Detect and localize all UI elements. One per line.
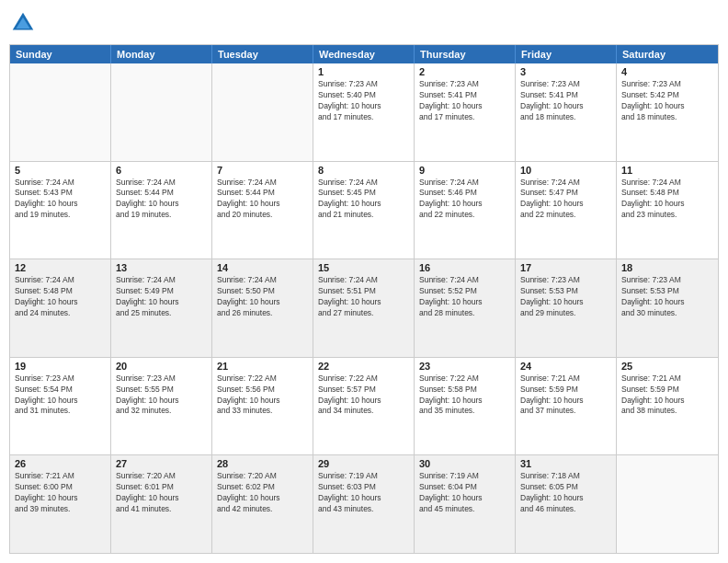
day-number-20: 20 — [116, 361, 207, 372]
calendar-day-11: 11Sunrise: 7:24 AM Sunset: 5:48 PM Dayli… — [617, 162, 718, 259]
day-info-30: Sunrise: 7:19 AM Sunset: 6:04 PM Dayligh… — [419, 471, 510, 515]
day-info-20: Sunrise: 7:23 AM Sunset: 5:55 PM Dayligh… — [116, 373, 207, 418]
day-number-2: 2 — [419, 66, 510, 77]
calendar-day-4: 4Sunrise: 7:23 AM Sunset: 5:42 PM Daylig… — [617, 63, 718, 161]
calendar-day-27: 27Sunrise: 7:20 AM Sunset: 6:01 PM Dayli… — [111, 455, 212, 553]
day-info-18: Sunrise: 7:23 AM Sunset: 5:53 PM Dayligh… — [621, 275, 713, 319]
calendar-day-14: 14Sunrise: 7:24 AM Sunset: 5:50 PM Dayli… — [212, 259, 313, 357]
day-info-14: Sunrise: 7:24 AM Sunset: 5:50 PM Dayligh… — [217, 275, 308, 319]
weekday-header-thursday: Thursday — [415, 45, 516, 63]
weekday-header-monday: Monday — [111, 45, 212, 63]
calendar-row-4: 26Sunrise: 7:21 AM Sunset: 6:00 PM Dayli… — [10, 454, 718, 553]
calendar-body: 1Sunrise: 7:23 AM Sunset: 5:40 PM Daylig… — [10, 63, 718, 553]
day-number-31: 31 — [520, 458, 611, 469]
calendar-day-20: 20Sunrise: 7:23 AM Sunset: 5:55 PM Dayli… — [111, 358, 212, 455]
day-number-29: 29 — [318, 458, 409, 469]
day-number-18: 18 — [621, 262, 713, 273]
day-info-16: Sunrise: 7:24 AM Sunset: 5:52 PM Dayligh… — [419, 275, 510, 319]
day-info-19: Sunrise: 7:23 AM Sunset: 5:54 PM Dayligh… — [15, 373, 106, 418]
weekday-header-tuesday: Tuesday — [212, 45, 313, 63]
calendar-day-7: 7Sunrise: 7:24 AM Sunset: 5:44 PM Daylig… — [212, 162, 313, 259]
calendar-day-2: 2Sunrise: 7:23 AM Sunset: 5:41 PM Daylig… — [415, 63, 516, 161]
day-number-16: 16 — [419, 262, 510, 273]
day-number-17: 17 — [520, 262, 611, 273]
calendar-day-28: 28Sunrise: 7:20 AM Sunset: 6:02 PM Dayli… — [212, 455, 313, 553]
day-number-26: 26 — [15, 458, 106, 469]
day-info-1: Sunrise: 7:23 AM Sunset: 5:40 PM Dayligh… — [318, 79, 409, 123]
weekday-header-saturday: Saturday — [617, 45, 718, 63]
day-number-28: 28 — [217, 458, 308, 469]
day-info-6: Sunrise: 7:24 AM Sunset: 5:44 PM Dayligh… — [116, 178, 207, 222]
calendar-day-10: 10Sunrise: 7:24 AM Sunset: 5:47 PM Dayli… — [516, 162, 617, 259]
calendar-day-22: 22Sunrise: 7:22 AM Sunset: 5:57 PM Dayli… — [313, 358, 415, 455]
day-number-22: 22 — [318, 361, 409, 372]
day-number-6: 6 — [116, 165, 207, 176]
calendar-day-9: 9Sunrise: 7:24 AM Sunset: 5:46 PM Daylig… — [415, 162, 516, 259]
calendar-day-21: 21Sunrise: 7:22 AM Sunset: 5:56 PM Dayli… — [212, 358, 313, 455]
calendar-row-2: 12Sunrise: 7:24 AM Sunset: 5:48 PM Dayli… — [10, 259, 718, 357]
calendar: SundayMondayTuesdayWednesdayThursdayFrid… — [9, 44, 719, 554]
day-info-12: Sunrise: 7:24 AM Sunset: 5:48 PM Dayligh… — [15, 275, 106, 319]
calendar-day-29: 29Sunrise: 7:19 AM Sunset: 6:03 PM Dayli… — [313, 455, 415, 553]
weekday-header-sunday: Sunday — [10, 45, 111, 63]
calendar-day-3: 3Sunrise: 7:23 AM Sunset: 5:41 PM Daylig… — [516, 63, 617, 161]
calendar-day-19: 19Sunrise: 7:23 AM Sunset: 5:54 PM Dayli… — [10, 358, 111, 455]
day-number-8: 8 — [318, 165, 409, 176]
day-info-17: Sunrise: 7:23 AM Sunset: 5:53 PM Dayligh… — [520, 275, 611, 319]
day-number-4: 4 — [621, 66, 713, 77]
calendar-day-23: 23Sunrise: 7:22 AM Sunset: 5:58 PM Dayli… — [415, 358, 516, 455]
day-number-12: 12 — [15, 262, 106, 273]
weekday-header-friday: Friday — [516, 45, 617, 63]
logo-icon — [9, 9, 37, 37]
calendar-empty-cell — [111, 63, 212, 161]
day-number-7: 7 — [217, 165, 308, 176]
calendar-day-15: 15Sunrise: 7:24 AM Sunset: 5:51 PM Dayli… — [313, 259, 415, 357]
calendar-day-8: 8Sunrise: 7:24 AM Sunset: 5:45 PM Daylig… — [313, 162, 415, 259]
calendar-day-30: 30Sunrise: 7:19 AM Sunset: 6:04 PM Dayli… — [415, 455, 516, 553]
calendar-day-13: 13Sunrise: 7:24 AM Sunset: 5:49 PM Dayli… — [111, 259, 212, 357]
calendar-day-5: 5Sunrise: 7:24 AM Sunset: 5:43 PM Daylig… — [10, 162, 111, 259]
page: SundayMondayTuesdayWednesdayThursdayFrid… — [0, 0, 728, 563]
calendar-day-6: 6Sunrise: 7:24 AM Sunset: 5:44 PM Daylig… — [111, 162, 212, 259]
day-number-10: 10 — [520, 165, 611, 176]
day-number-1: 1 — [318, 66, 409, 77]
day-info-3: Sunrise: 7:23 AM Sunset: 5:41 PM Dayligh… — [520, 79, 611, 123]
calendar-row-1: 5Sunrise: 7:24 AM Sunset: 5:43 PM Daylig… — [10, 161, 718, 259]
header — [9, 9, 719, 37]
calendar-day-26: 26Sunrise: 7:21 AM Sunset: 6:00 PM Dayli… — [10, 455, 111, 553]
day-info-4: Sunrise: 7:23 AM Sunset: 5:42 PM Dayligh… — [621, 79, 713, 123]
calendar-day-18: 18Sunrise: 7:23 AM Sunset: 5:53 PM Dayli… — [617, 259, 718, 357]
day-info-24: Sunrise: 7:21 AM Sunset: 5:59 PM Dayligh… — [520, 373, 611, 418]
day-info-9: Sunrise: 7:24 AM Sunset: 5:46 PM Dayligh… — [419, 178, 510, 222]
day-number-19: 19 — [15, 361, 106, 372]
day-info-11: Sunrise: 7:24 AM Sunset: 5:48 PM Dayligh… — [621, 178, 713, 222]
day-info-29: Sunrise: 7:19 AM Sunset: 6:03 PM Dayligh… — [318, 471, 409, 515]
day-number-14: 14 — [217, 262, 308, 273]
day-info-2: Sunrise: 7:23 AM Sunset: 5:41 PM Dayligh… — [419, 79, 510, 123]
day-number-5: 5 — [15, 165, 106, 176]
calendar-day-17: 17Sunrise: 7:23 AM Sunset: 5:53 PM Dayli… — [516, 259, 617, 357]
day-info-8: Sunrise: 7:24 AM Sunset: 5:45 PM Dayligh… — [318, 178, 409, 222]
day-number-15: 15 — [318, 262, 409, 273]
calendar-day-31: 31Sunrise: 7:18 AM Sunset: 6:05 PM Dayli… — [516, 455, 617, 553]
day-info-21: Sunrise: 7:22 AM Sunset: 5:56 PM Dayligh… — [217, 373, 308, 418]
calendar-empty-cell — [617, 455, 718, 553]
day-number-21: 21 — [217, 361, 308, 372]
calendar-header: SundayMondayTuesdayWednesdayThursdayFrid… — [10, 45, 718, 63]
day-info-25: Sunrise: 7:21 AM Sunset: 5:59 PM Dayligh… — [621, 373, 713, 418]
calendar-day-25: 25Sunrise: 7:21 AM Sunset: 5:59 PM Dayli… — [617, 358, 718, 455]
logo — [9, 9, 40, 37]
calendar-day-1: 1Sunrise: 7:23 AM Sunset: 5:40 PM Daylig… — [313, 63, 415, 161]
calendar-day-12: 12Sunrise: 7:24 AM Sunset: 5:48 PM Dayli… — [10, 259, 111, 357]
day-info-28: Sunrise: 7:20 AM Sunset: 6:02 PM Dayligh… — [217, 471, 308, 515]
day-info-10: Sunrise: 7:24 AM Sunset: 5:47 PM Dayligh… — [520, 178, 611, 222]
day-info-7: Sunrise: 7:24 AM Sunset: 5:44 PM Dayligh… — [217, 178, 308, 222]
day-number-30: 30 — [419, 458, 510, 469]
day-number-13: 13 — [116, 262, 207, 273]
calendar-day-16: 16Sunrise: 7:24 AM Sunset: 5:52 PM Dayli… — [415, 259, 516, 357]
day-number-25: 25 — [621, 361, 713, 372]
day-info-23: Sunrise: 7:22 AM Sunset: 5:58 PM Dayligh… — [419, 373, 510, 418]
calendar-day-24: 24Sunrise: 7:21 AM Sunset: 5:59 PM Dayli… — [516, 358, 617, 455]
day-number-27: 27 — [116, 458, 207, 469]
weekday-header-wednesday: Wednesday — [313, 45, 415, 63]
